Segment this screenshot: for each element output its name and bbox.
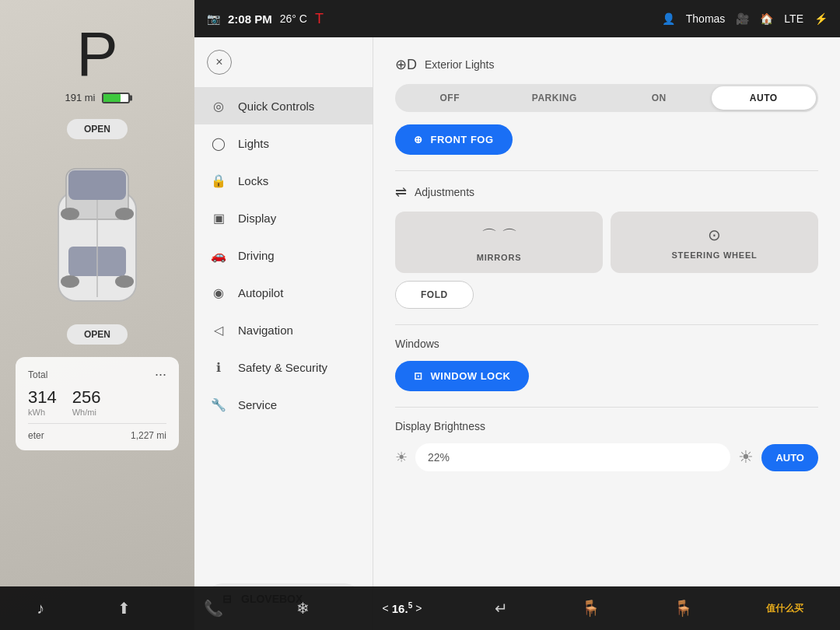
menu-item-label: Quick Controls (238, 100, 314, 113)
brightness-title: Display Brightness (395, 420, 818, 432)
odometer-label: eter (28, 430, 44, 441)
mirrors-card[interactable]: ⌒ ⌒ MIRRORS (395, 212, 603, 273)
phone-button[interactable]: 📞 (191, 593, 236, 624)
menu-item-label: Locks (238, 174, 268, 187)
battery-row: 191 mi (65, 92, 129, 103)
speed-control[interactable]: < 16.5 > (370, 595, 435, 621)
total-label: Total (28, 369, 47, 380)
adjustments-grid: ⌒ ⌒ MIRRORS ⊙ STEERING WHEEL (395, 212, 818, 273)
camera2-icon: 🎥 (736, 12, 749, 25)
menu-item-label: Display (238, 212, 276, 225)
energy-value: 314 (28, 387, 57, 408)
music-button[interactable]: ♪ (24, 593, 57, 624)
adjustments-label: Adjustments (415, 186, 474, 198)
display-icon: ▣ (210, 209, 227, 226)
brightness-auto-button[interactable]: AUTO (761, 444, 818, 471)
car-graphic (47, 145, 148, 317)
odometer-row: eter 1,227 mi (28, 430, 166, 441)
exterior-lights-label: Exterior Lights (425, 58, 494, 71)
fold-button[interactable]: FOLD (395, 281, 474, 309)
lights-section-icon: ⊕D (395, 56, 417, 73)
seat2-button[interactable]: 🪑 (661, 593, 705, 624)
window-lock-button[interactable]: ⊡ WINDOW LOCK (395, 361, 529, 391)
menu-item-label: Autopilot (238, 286, 283, 299)
menu-panel: × ◎ Quick Controls ◯ Lights 🔒 Locks ▣ Di… (194, 37, 373, 630)
lights-auto-button[interactable]: AUTO (712, 86, 817, 110)
sun-bright-icon: ☀ (738, 447, 754, 467)
status-bar-left: 📷 2:08 PM 26° C T (207, 11, 324, 27)
signal-icon: LTE (784, 12, 803, 25)
close-button[interactable]: × (207, 50, 232, 75)
seat-icon: 🪑 (581, 599, 600, 618)
sidebar-item-lights[interactable]: ◯ Lights (194, 124, 373, 162)
fan-icon: ❄ (296, 599, 310, 618)
sidebar-item-service[interactable]: 🔧 Service (194, 386, 373, 423)
sidebar-item-quick-controls[interactable]: ◎ Quick Controls (194, 87, 373, 124)
menu-item-label: Driving (238, 249, 275, 262)
lights-off-button[interactable]: OFF (397, 86, 502, 110)
enter-button[interactable]: ↵ (482, 593, 520, 624)
main-panel: ⊕D Exterior Lights OFF PARKING ON AUTO ⊕… (373, 37, 840, 630)
sidebar-item-autopilot[interactable]: ◉ Autopilot (194, 274, 373, 311)
tesla-logo: T (315, 11, 324, 27)
status-time: 2:08 PM (228, 12, 272, 26)
taskbar: ♪ ⬆ 📞 ❄ < 16.5 > ↵ 🪑 🪑 值什么买 (0, 586, 840, 630)
sidebar-item-navigation[interactable]: ◁ Navigation (194, 311, 373, 348)
lock-icon: 🔒 (210, 172, 227, 189)
menu-item-label: Safety & Security (238, 361, 327, 374)
home-icon: 🏠 (760, 12, 773, 25)
fan-button[interactable]: ❄ (284, 593, 322, 624)
energy-block: 314 kWh (28, 387, 57, 417)
adjustments-section: ⇌ Adjustments ⌒ ⌒ MIRRORS ⊙ STEERING WHE… (395, 184, 818, 309)
battery-miles: 191 mi (65, 92, 95, 103)
adjustments-icon: ⇌ (395, 184, 407, 201)
stats-menu-button[interactable]: ··· (155, 366, 166, 383)
left-panel: P 191 mi OPEN OPEN Total (0, 0, 194, 630)
phone-icon: 📞 (204, 599, 223, 618)
brightness-section: Display Brightness ☀ 22% ☀ AUTO (395, 420, 818, 471)
seat-button[interactable]: 🪑 (569, 593, 613, 624)
windows-title: Windows (395, 338, 818, 350)
apps-button[interactable]: ⬆ (105, 593, 143, 624)
svg-point-5 (61, 208, 79, 220)
steering-wheel-label: STEERING WHEEL (671, 250, 757, 260)
open-top-button[interactable]: OPEN (67, 119, 128, 139)
efficiency-value: 256 (72, 387, 101, 408)
camera-icon: 📷 (207, 12, 220, 25)
menu-item-label: Navigation (238, 324, 293, 337)
lights-on-button[interactable]: ON (607, 86, 712, 110)
svg-point-7 (61, 275, 79, 288)
window-lock-label: WINDOW LOCK (431, 370, 511, 382)
brightness-slider[interactable]: 22% (415, 443, 730, 471)
mirror-left-icon: ⌒ (481, 226, 497, 247)
mirror-right-icon: ⌒ (502, 226, 517, 247)
sidebar-item-driving[interactable]: 🚗 Driving (194, 236, 373, 274)
menu-item-label: Service (238, 398, 277, 411)
window-lock-icon: ⊡ (414, 370, 423, 382)
sidebar-item-locks[interactable]: 🔒 Locks (194, 162, 373, 199)
adjustments-title: ⇌ Adjustments (395, 184, 818, 201)
steering-wheel-card[interactable]: ⊙ STEERING WHEEL (611, 212, 818, 273)
battery-fill (103, 94, 121, 102)
divider-2 (395, 324, 818, 325)
speed-right-icon: > (415, 602, 422, 614)
status-bar: 📷 2:08 PM 26° C T 👤 Thomas 🎥 🏠 LTE ⚡ (194, 0, 840, 37)
divider-3 (395, 407, 818, 408)
car-svg (47, 145, 148, 317)
fog-icon: ⊕ (414, 134, 423, 145)
driving-icon: 🚗 (210, 247, 227, 264)
svg-rect-2 (68, 170, 126, 200)
stats-divider (28, 423, 166, 424)
open-bottom-button[interactable]: OPEN (67, 324, 128, 345)
lights-parking-button[interactable]: PARKING (502, 86, 607, 110)
sidebar-item-display[interactable]: ▣ Display (194, 199, 373, 236)
apps-icon: ⬆ (117, 599, 131, 618)
front-fog-button[interactable]: ⊕ FRONT FOG (395, 124, 513, 155)
lights-toggle-group: OFF PARKING ON AUTO (395, 84, 818, 112)
brightness-value: 22% (428, 451, 450, 464)
status-temp: 26° C (280, 12, 307, 25)
speed-left-icon: < (383, 602, 389, 614)
stats-card: Total ··· 314 kWh 256 Wh/mi eter 1,227 m… (16, 357, 179, 450)
menu-item-label: Lights (238, 137, 269, 150)
sidebar-item-safety[interactable]: ℹ Safety & Security (194, 348, 373, 386)
